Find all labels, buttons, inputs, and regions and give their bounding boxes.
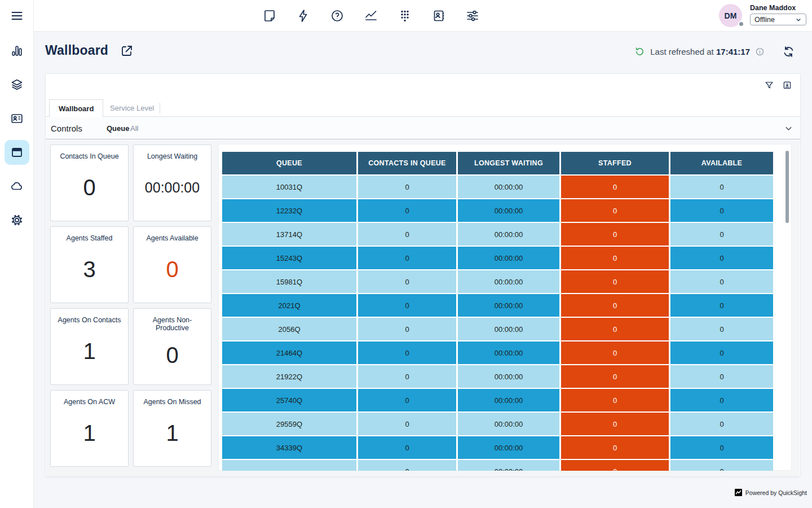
table-row[interactable]: 0 00:00:00 0 0 [222, 460, 775, 471]
table-row[interactable]: 2056Q 0 00:00:00 0 0 [222, 318, 775, 340]
cell-staffed: 0 [561, 223, 669, 246]
cell-queue: 12232Q [222, 199, 356, 222]
table-row[interactable]: 29559Q 0 00:00:00 0 0 [222, 413, 775, 435]
kpi-agents-non-productive: Agents Non-Productive 0 [133, 308, 211, 385]
controls-collapse-chevron-icon[interactable] [784, 124, 793, 133]
chevron-down-icon [795, 16, 802, 23]
cell-queue: 13714Q [222, 223, 356, 246]
table-scrollbar-thumb[interactable] [785, 151, 789, 223]
kpi-agents-available: Agents Available 0 [133, 226, 211, 303]
cell-available: 0 [670, 365, 773, 388]
gear-icon [10, 213, 24, 227]
cell-queue: 15243Q [222, 247, 356, 269]
cell-staffed: 0 [561, 270, 669, 293]
refresh-timer-icon [634, 46, 645, 57]
window-icon [10, 146, 24, 159]
queue-table: QUEUE CONTACTS IN QUEUE LONGEST WAITING … [218, 144, 792, 471]
cell-longest-waiting: 00:00:00 [458, 413, 559, 435]
cell-contacts-in-queue: 0 [358, 199, 456, 222]
cell-longest-waiting: 00:00:00 [458, 318, 559, 340]
cell-contacts-in-queue: 0 [358, 341, 456, 364]
cell-available: 0 [670, 176, 773, 198]
cell-queue: 25740Q [222, 389, 356, 411]
cell-staffed: 0 [561, 247, 669, 269]
filter-icon[interactable] [764, 80, 774, 90]
cell-queue: 21464Q [222, 341, 356, 364]
preferences-sliders-icon[interactable] [466, 9, 479, 23]
table-row[interactable]: 21464Q 0 00:00:00 0 0 [222, 341, 775, 364]
export-icon[interactable] [782, 80, 792, 90]
sidebar-item-analytics[interactable] [5, 38, 29, 63]
cell-longest-waiting: 00:00:00 [458, 199, 559, 222]
external-link-icon[interactable] [120, 44, 134, 58]
line-chart-icon[interactable] [364, 9, 378, 23]
kpi-contacts-in-queue: Contacts In Queue 0 [50, 144, 129, 221]
column-header-available: AVAILABLE [670, 152, 773, 174]
help-icon[interactable] [330, 9, 344, 23]
status-select-value: Offline [754, 16, 775, 24]
cell-available: 0 [670, 223, 773, 246]
sidebar-item-wallboard[interactable] [5, 140, 29, 165]
kpi-agents-on-contacts: Agents On Contacts 1 [50, 308, 129, 385]
sidebar-item-settings[interactable] [5, 208, 29, 233]
cell-available: 0 [670, 199, 773, 222]
kpi-value: 1 [83, 324, 95, 384]
cell-available: 0 [670, 318, 773, 340]
queue-filter-value[interactable]: All [130, 124, 138, 133]
queue-table-header: QUEUE CONTACTS IN QUEUE LONGEST WAITING … [222, 152, 773, 174]
cell-available: 0 [670, 460, 773, 471]
cell-available: 0 [670, 436, 773, 459]
cell-longest-waiting: 00:00:00 [458, 270, 559, 293]
queue-table-body: 10031Q 0 00:00:00 0 0 12232Q 0 00:00:00 … [222, 176, 775, 471]
refresh-time: 17:41:17 [716, 47, 750, 56]
sidebar-item-contacts[interactable] [5, 106, 29, 131]
note-icon[interactable] [263, 9, 276, 23]
cloud-icon [10, 179, 24, 193]
refresh-icon[interactable] [782, 45, 795, 58]
tab-wallboard[interactable]: Wallboard [49, 99, 103, 117]
table-row[interactable]: 2021Q 0 00:00:00 0 0 [222, 294, 775, 317]
quick-actions-icon[interactable] [297, 9, 310, 23]
info-icon[interactable] [755, 47, 765, 56]
kpi-value: 0 [83, 160, 95, 221]
cell-available: 0 [670, 247, 773, 269]
user-area: DM Dane Maddox Offline [719, 4, 806, 27]
topbar-icon-group [263, 0, 479, 32]
column-header-staffed: STAFFED [561, 152, 669, 174]
cell-staffed: 0 [561, 199, 669, 222]
table-row[interactable]: 21922Q 0 00:00:00 0 0 [222, 365, 775, 388]
queue-filter-label[interactable]: Queue [107, 124, 129, 133]
cell-contacts-in-queue: 0 [358, 365, 456, 388]
cell-queue: 21922Q [222, 365, 356, 388]
cell-available: 0 [670, 389, 773, 411]
kpi-value: 00:00:00 [145, 160, 200, 221]
agent-directory-icon[interactable] [432, 9, 445, 23]
status-dot [738, 21, 744, 27]
table-row[interactable]: 10031Q 0 00:00:00 0 0 [222, 176, 775, 198]
kpi-longest-waiting: Longest Waiting 00:00:00 [133, 144, 211, 221]
kpi-label: Agents On ACW [60, 398, 118, 406]
status-select[interactable]: Offline [750, 14, 806, 25]
top-bar: DM Dane Maddox Offline [0, 0, 812, 32]
sidebar-item-cloud[interactable] [5, 174, 29, 199]
tab-service-level[interactable]: Service Level [101, 99, 163, 117]
cell-contacts-in-queue: 0 [358, 460, 456, 471]
hamburger-menu-icon[interactable] [10, 9, 24, 23]
cell-longest-waiting: 00:00:00 [458, 460, 559, 471]
powered-by-text: Powered by QuickSight [745, 489, 807, 496]
table-row[interactable]: 15243Q 0 00:00:00 0 0 [222, 247, 775, 269]
cell-queue: 10031Q [222, 176, 356, 198]
table-row[interactable]: 13714Q 0 00:00:00 0 0 [222, 223, 775, 246]
avatar[interactable]: DM [719, 4, 742, 27]
avatar-initials: DM [725, 11, 737, 20]
sidebar-item-datasets[interactable] [5, 72, 29, 97]
dashboard-toolbar [764, 80, 792, 90]
table-row[interactable]: 34339Q 0 00:00:00 0 0 [222, 436, 775, 459]
table-row[interactable]: 12232Q 0 00:00:00 0 0 [222, 199, 775, 222]
cell-staffed: 0 [561, 436, 669, 459]
table-row[interactable]: 15981Q 0 00:00:00 0 0 [222, 270, 775, 293]
table-row[interactable]: 25740Q 0 00:00:00 0 0 [222, 389, 775, 411]
dialpad-icon[interactable] [398, 9, 412, 23]
cell-available: 0 [670, 270, 773, 293]
cell-queue [222, 460, 356, 471]
